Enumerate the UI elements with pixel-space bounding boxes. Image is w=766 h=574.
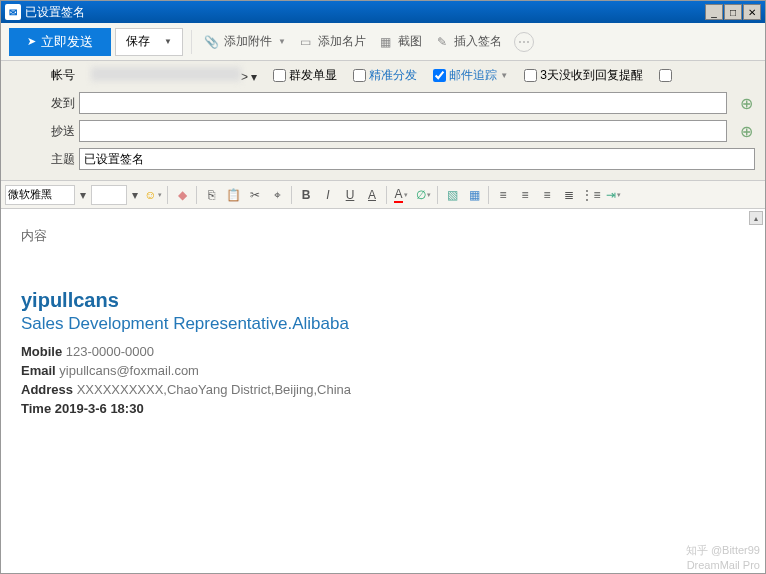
save-button[interactable]: 保存▼ (115, 28, 183, 56)
format-painter-button[interactable]: ⌖ (267, 185, 287, 205)
underline-button[interactable]: U (340, 185, 360, 205)
account-row: 帐号 > ▾ 群发单显 精准分发 邮件追踪▼ 3天没收到回复提醒 (37, 67, 755, 84)
font-style-button[interactable]: A (362, 185, 382, 205)
minimize-button[interactable]: _ (705, 4, 723, 20)
font-family-select[interactable] (5, 185, 75, 205)
copy-button[interactable]: ⎘ (201, 185, 221, 205)
subject-label: 主题 (37, 151, 75, 168)
highlight-button[interactable]: ∅▾ (413, 185, 433, 205)
ordered-list-button[interactable]: ≣ (559, 185, 579, 205)
signature-email: Email yipullcans@foxmail.com (21, 363, 745, 378)
subject-row: 主题 (37, 148, 755, 170)
align-center-button[interactable]: ≡ (515, 185, 535, 205)
add-recipient-button[interactable]: ⊕ (737, 94, 755, 112)
emoji-button[interactable]: ☺▾ (143, 185, 163, 205)
cc-input[interactable] (79, 120, 727, 142)
email-compose-window: ✉ 已设置签名 _ □ ✕ 立即发送 保存▼ 📎添加附件▼ ▭添加名片 ▦截图 … (0, 0, 766, 574)
paperclip-icon: 📎 (204, 34, 220, 50)
indent-button[interactable]: ⇥▾ (603, 185, 623, 205)
cc-label: 抄送 (37, 123, 75, 140)
body-content-label: 内容 (21, 227, 745, 245)
signature-time: Time 2019-3-6 18:30 (21, 401, 745, 416)
signature-name: yipullcans (21, 289, 745, 312)
align-right-button[interactable]: ≡ (537, 185, 557, 205)
expand-cc-icon[interactable]: ▸ (57, 126, 62, 136)
app-icon: ✉ (5, 4, 21, 20)
insert-image-button[interactable]: ▧ (442, 185, 462, 205)
watermark: 知乎 @Bitter99 DreamMail Pro (686, 543, 760, 572)
insert-signature-button[interactable]: ✎插入签名 (430, 33, 506, 50)
more-button[interactable]: ⋯ (514, 32, 534, 52)
remind-checkbox[interactable]: 3天没收到回复提醒 (524, 67, 643, 84)
cut-button[interactable]: ✂ (245, 185, 265, 205)
unordered-list-button[interactable]: ⋮≡ (581, 185, 601, 205)
mail-track-checkbox[interactable]: 邮件追踪▼ (433, 67, 508, 84)
add-cc-button[interactable]: ⊕ (737, 122, 755, 140)
to-input[interactable] (79, 92, 727, 114)
main-toolbar: 立即发送 保存▼ 📎添加附件▼ ▭添加名片 ▦截图 ✎插入签名 ⋯ (1, 23, 765, 61)
mass-single-checkbox[interactable]: 群发单显 (273, 67, 337, 84)
to-label: 发到 (37, 95, 75, 112)
font-color-button[interactable]: A▾ (391, 185, 411, 205)
italic-button[interactable]: I (318, 185, 338, 205)
separator (191, 30, 192, 54)
header-area: 帐号 > ▾ 群发单显 精准分发 邮件追踪▼ 3天没收到回复提醒 发到 ⊕ ▸ … (1, 61, 765, 181)
save-dropdown-icon[interactable]: ▼ (164, 37, 172, 46)
account-value[interactable]: > ▾ (91, 67, 257, 84)
titlebar: ✉ 已设置签名 _ □ ✕ (1, 1, 765, 23)
align-left-button[interactable]: ≡ (493, 185, 513, 205)
message-body[interactable]: ▴ 内容 yipullcans Sales Development Repres… (1, 209, 765, 573)
add-card-button[interactable]: ▭添加名片 (294, 33, 370, 50)
to-row: 发到 ⊕ (37, 92, 755, 114)
precise-send-checkbox[interactable]: 精准分发 (353, 67, 417, 84)
chevron-down-icon[interactable]: ▼ (278, 37, 286, 46)
format-toolbar: ▾ ▾ ☺▾ ◆ ⎘ 📋 ✂ ⌖ B I U A A▾ ∅▾ ▧ ▦ ≡ ≡ ≡… (1, 181, 765, 209)
size-dropdown-icon[interactable]: ▾ (129, 185, 141, 205)
account-label: 帐号 (37, 67, 75, 84)
font-dropdown-icon[interactable]: ▾ (77, 185, 89, 205)
signature-address: Address XXXXXXXXXX,ChaoYang District,Bei… (21, 382, 745, 397)
extra-checkbox[interactable] (659, 69, 672, 82)
signature-title: Sales Development Representative.Alibaba (21, 314, 745, 334)
scissors-icon: ▦ (378, 34, 394, 50)
signature-mobile: Mobile 123-0000-0000 (21, 344, 745, 359)
close-button[interactable]: ✕ (743, 4, 761, 20)
window-title: 已设置签名 (25, 4, 705, 21)
paste-button[interactable]: 📋 (223, 185, 243, 205)
cc-row: ▸ 抄送 ⊕ (37, 120, 755, 142)
font-size-select[interactable] (91, 185, 127, 205)
scroll-up-button[interactable]: ▴ (749, 211, 763, 225)
card-icon: ▭ (298, 34, 314, 50)
maximize-button[interactable]: □ (724, 4, 742, 20)
subject-input[interactable] (79, 148, 755, 170)
pen-icon: ✎ (434, 34, 450, 50)
chevron-down-icon[interactable]: ▼ (500, 71, 508, 80)
format-clear-button[interactable]: ◆ (172, 185, 192, 205)
attach-button[interactable]: 📎添加附件▼ (200, 33, 290, 50)
bold-button[interactable]: B (296, 185, 316, 205)
send-button[interactable]: 立即发送 (9, 28, 111, 56)
screenshot-button[interactable]: ▦截图 (374, 33, 426, 50)
insert-table-button[interactable]: ▦ (464, 185, 484, 205)
